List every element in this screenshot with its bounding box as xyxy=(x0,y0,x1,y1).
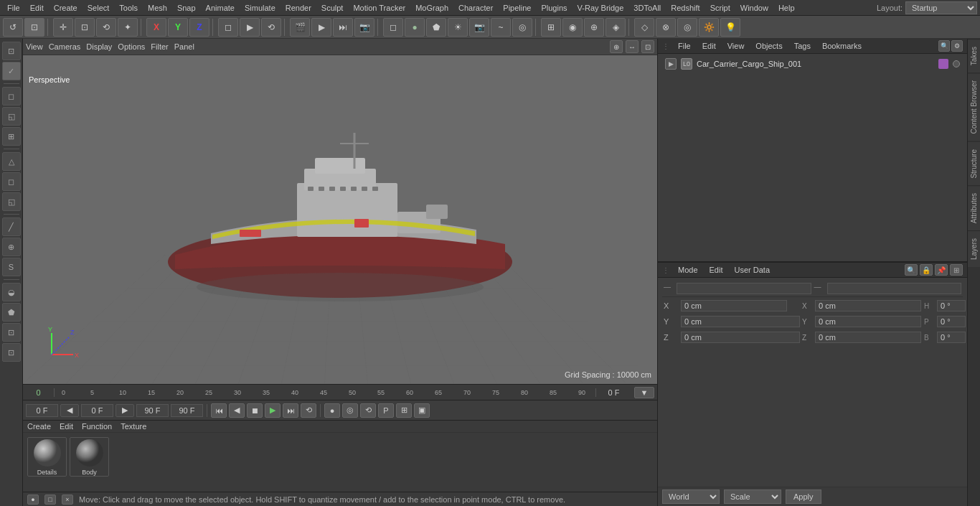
grid2-btn[interactable]: ⊞ xyxy=(396,403,412,418)
scale-select[interactable]: Scale xyxy=(724,489,781,504)
auto-key-btn[interactable]: ◎ xyxy=(342,403,358,418)
sweep-btn[interactable]: ◎ xyxy=(512,18,532,37)
soft-sel-btn[interactable]: ⊕ xyxy=(584,18,604,37)
pos-z-input[interactable] xyxy=(681,332,800,343)
keyframe-btn[interactable]: ▼ xyxy=(634,387,654,398)
menu-vray[interactable]: V-Ray Bridge xyxy=(573,2,628,14)
vp-menu-cameras[interactable]: Cameras xyxy=(49,42,81,51)
undo-btn[interactable]: ↺ xyxy=(3,18,23,37)
mat-menu-create[interactable]: Create xyxy=(27,422,51,431)
sidebar-obj1[interactable]: △ xyxy=(2,152,21,171)
menu-help[interactable]: Help xyxy=(774,2,799,14)
deformer-btn[interactable]: ◇ xyxy=(634,18,654,37)
rot-h-input[interactable] xyxy=(815,300,921,311)
hair-btn[interactable]: 🔆 xyxy=(699,18,719,37)
sidebar-obj3[interactable]: ◱ xyxy=(2,192,21,211)
current-frame-input[interactable] xyxy=(81,404,113,417)
mat-menu-edit[interactable]: Edit xyxy=(60,422,73,431)
menu-file[interactable]: File xyxy=(3,2,24,14)
tab-takes[interactable]: Takes xyxy=(968,39,980,72)
sidebar-arrow[interactable]: ⊡ xyxy=(2,42,21,60)
sym-btn[interactable]: ◈ xyxy=(606,18,626,37)
sidebar-check[interactable]: ✓ xyxy=(2,62,21,80)
move-btn[interactable]: ✛ xyxy=(53,18,73,37)
step-back-btn[interactable]: ◀ xyxy=(229,403,245,418)
viewport[interactable]: View Cameras Display Options Filter Pane… xyxy=(23,39,657,384)
menu-select[interactable]: Select xyxy=(83,2,114,14)
cylinder-btn[interactable]: ⬟ xyxy=(426,18,446,37)
vp-ctrl-1[interactable]: ⊕ xyxy=(610,40,623,53)
sphere-btn[interactable]: ● xyxy=(405,18,425,37)
menu-pipeline[interactable]: Pipeline xyxy=(499,2,535,14)
vp-ctrl-2[interactable]: ↔ xyxy=(626,40,639,53)
effector-btn[interactable]: ◎ xyxy=(677,18,697,37)
rotate-btn[interactable]: ⟲ xyxy=(96,18,116,37)
attr-menu-mode[interactable]: Mode xyxy=(675,266,701,274)
sidebar-grid[interactable]: ⊞ xyxy=(2,127,21,146)
sidebar-render2[interactable]: ◱ xyxy=(2,107,21,126)
vp-menu-view[interactable]: View xyxy=(26,42,43,51)
status-icon-1[interactable]: ● xyxy=(27,495,39,505)
cube-btn[interactable]: ◻ xyxy=(383,18,403,37)
go-end-btn[interactable]: ⏭ xyxy=(283,403,298,418)
z-axis-btn[interactable]: Z xyxy=(189,18,209,37)
coord-field-1[interactable] xyxy=(677,283,811,294)
rot-h-val[interactable] xyxy=(937,300,966,311)
sidebar-tool3[interactable]: S xyxy=(2,258,21,276)
rot-b-val[interactable] xyxy=(937,332,966,343)
viewport-scene[interactable]: Perspective xyxy=(23,55,657,383)
obj-menu-objects[interactable]: Objects xyxy=(753,42,785,50)
p-btn[interactable]: P xyxy=(378,403,394,418)
obj-settings-btn[interactable]: ⚙ xyxy=(951,40,963,52)
go-start-btn[interactable]: ⏮ xyxy=(211,403,227,418)
polygon-mode-btn[interactable]: ▶ xyxy=(240,18,260,37)
loop-btn[interactable]: ⟲ xyxy=(301,403,316,418)
play-btn[interactable]: ▶ xyxy=(265,403,281,418)
timeline-markers[interactable]: 0 5 10 15 20 25 30 35 40 45 50 55 60 65 … xyxy=(55,385,595,400)
menu-create[interactable]: Create xyxy=(50,2,82,14)
attr-pin-btn[interactable]: 📌 xyxy=(935,264,948,276)
grid-btn[interactable]: ⊞ xyxy=(541,18,561,37)
y-axis-btn[interactable]: Y xyxy=(168,18,188,37)
material-item-details[interactable]: Details xyxy=(27,437,67,477)
menu-render[interactable]: Render xyxy=(281,2,316,14)
material-item-body[interactable]: Body xyxy=(70,437,109,477)
menu-motion-tracker[interactable]: Motion Tracker xyxy=(349,2,410,14)
coord-field-2[interactable] xyxy=(827,283,962,294)
menu-redshift[interactable]: Redshift xyxy=(666,2,704,14)
attr-menu-userdata[interactable]: User Data xyxy=(732,266,773,274)
light-btn[interactable]: ☀ xyxy=(448,18,468,37)
mat-menu-function[interactable]: Function xyxy=(82,422,112,431)
timeline[interactable]: 0 0 5 10 15 20 25 30 35 40 45 50 55 60 6… xyxy=(23,384,657,400)
vp-ctrl-3[interactable]: ⊡ xyxy=(641,40,654,53)
render-view-btn[interactable]: 🎬 xyxy=(290,18,310,37)
menu-window[interactable]: Window xyxy=(736,2,773,14)
layout-select[interactable]: Startup xyxy=(905,1,977,14)
sidebar-tool2[interactable]: ⊕ xyxy=(2,238,21,256)
obj-visibility-dot[interactable] xyxy=(953,60,960,67)
spline-btn[interactable]: ~ xyxy=(491,18,511,37)
frame-fwd-btn[interactable]: ▶ xyxy=(116,404,134,417)
menu-plugins[interactable]: Plugins xyxy=(537,2,571,14)
menu-mesh[interactable]: Mesh xyxy=(143,2,171,14)
menu-tools[interactable]: Tools xyxy=(115,2,142,14)
render-region-btn[interactable]: ⏭ xyxy=(333,18,353,37)
key-all-btn[interactable]: ⟲ xyxy=(360,403,376,418)
rot-p-val[interactable] xyxy=(937,316,966,327)
live-select-btn[interactable]: ⊡ xyxy=(24,18,44,37)
scale-btn[interactable]: ⊡ xyxy=(75,18,95,37)
snapshot-btn[interactable]: 📷 xyxy=(354,18,374,37)
attr-search-btn[interactable]: 🔍 xyxy=(905,264,918,276)
vp-menu-filter[interactable]: Filter xyxy=(151,42,168,51)
frame-back-btn[interactable]: ◀ xyxy=(60,404,79,417)
tab-content-browser[interactable]: Content Browser xyxy=(968,72,980,141)
transform-btn[interactable]: ✦ xyxy=(118,18,138,37)
sidebar-render1[interactable]: ◻ xyxy=(2,87,21,106)
sidebar-tool1[interactable]: ╱ xyxy=(2,217,21,236)
menu-3dto[interactable]: 3DToAll xyxy=(629,2,665,14)
sidebar-paint[interactable]: ◒ xyxy=(2,283,21,301)
menu-sculpt[interactable]: Sculpt xyxy=(317,2,348,14)
hair2-btn[interactable]: 💡 xyxy=(720,18,740,37)
film-btn[interactable]: ▣ xyxy=(414,403,430,418)
x-axis-btn[interactable]: X xyxy=(146,18,166,37)
